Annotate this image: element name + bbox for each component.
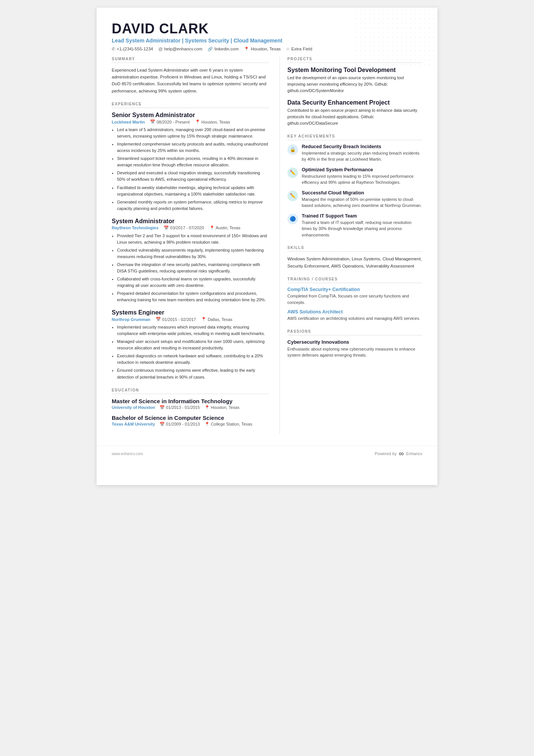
bullet-item: Prepared detailed documentation for syst… <box>117 290 269 303</box>
passion-desc: Enthusiastic about exploring new cyberse… <box>287 346 422 358</box>
job-location: 📍 Austin, Texas <box>209 225 240 230</box>
job-meta: Northrop Grumman 📅 01/2015 - 02/2017 📍 D… <box>112 317 269 322</box>
project-desc: Led the development of an open-source sy… <box>287 75 422 94</box>
achievement-item: 🔒 Reduced Security Breach Incidents Impl… <box>287 144 422 163</box>
resume-header: DAVID CLARK Lead System Administrator | … <box>112 21 422 52</box>
company-name: Northrop Grumman <box>112 317 150 322</box>
edu-degree: Bachelor of Science in Computer Science <box>112 415 269 421</box>
resume-document: DAVID CLARK Lead System Administrator | … <box>97 8 437 485</box>
edu-school: University of Houston <box>112 405 155 410</box>
bullet-item: Streamlined support ticket resolution pr… <box>117 155 269 168</box>
contact-linkedin: 🔗 linkedin.com <box>208 47 239 52</box>
linkedin-icon: 🔗 <box>208 47 213 52</box>
bullet-item: Provided Tier 2 and Tier 3 support for a… <box>117 233 269 246</box>
bullet-item: Ensured continuous monitoring systems we… <box>117 367 269 380</box>
training-label: TRAINING / COURSES <box>287 277 422 283</box>
job-item: Systems Engineer Northrop Grumman 📅 01/2… <box>112 309 269 380</box>
training-title: AWS Solutions Architect <box>287 309 422 315</box>
candidate-name: DAVID CLARK <box>112 21 422 36</box>
passions-section: PASSIONS Cybersecurity Innovations Enthu… <box>287 329 422 358</box>
edu-item: Master of Science in Information Technol… <box>112 398 269 410</box>
achievement-title: Successful Cloud Migration <box>302 190 422 196</box>
bullet-item: Generated monthly reports on system perf… <box>117 199 269 212</box>
bullet-item: Implemented security measures which impr… <box>117 324 269 337</box>
job-title: Senior System Administrator <box>112 112 269 119</box>
job-title: Systems Engineer <box>112 309 269 316</box>
achievement-desc: Implemented a strategic security plan re… <box>302 150 422 163</box>
edu-date: 📅 01/2009 - 01/2013 <box>159 422 200 427</box>
project-item: System Monitoring Tool Development Led t… <box>287 67 422 94</box>
achievement-content: Trained IT Support Team Trained a team o… <box>302 213 422 238</box>
achievement-item: ✏️ Successful Cloud Migration Managed th… <box>287 190 422 209</box>
job-location: 📍 Houston, Texas <box>195 119 230 124</box>
location-icon: 📍 <box>244 47 249 52</box>
calendar-icon: 📅 <box>159 405 165 410</box>
job-item: Senior System Administrator Lockheed Mar… <box>112 112 269 212</box>
job-date: 📅 01/2015 - 02/2017 <box>156 317 196 322</box>
skills-label: SKILLS <box>287 246 422 252</box>
experience-label: EXPERIENCE <box>112 102 269 108</box>
powered-by-text: Powered by <box>375 451 397 456</box>
location-icon: 📍 <box>205 422 210 427</box>
footer-url: www.enhancv.com <box>112 452 143 456</box>
job-title: System Administrator <box>112 218 269 225</box>
edu-location: 📍 Houston, Texas <box>205 405 240 410</box>
brand-logo-icon: ∞ <box>399 450 404 458</box>
project-item: Data Security Enhancement Project Contri… <box>287 99 422 127</box>
achievement-title: Reduced Security Breach Incidents <box>302 144 422 149</box>
job-meta: Lockheed Martin 📅 08/2020 - Present 📍 Ho… <box>112 119 269 124</box>
training-desc: AWS certification on architecting soluti… <box>287 315 422 322</box>
bullet-item: Conducted vulnerability assessments regu… <box>117 247 269 260</box>
achievement-title: Optimized System Performance <box>302 167 422 172</box>
achievements-section: KEY ACHIEVEMENTS 🔒 Reduced Security Brea… <box>287 134 422 238</box>
left-column: SUMMARY Experienced Lead System Administ… <box>112 57 279 434</box>
bullet-item: Oversaw the integration of new security … <box>117 261 269 274</box>
skills-text: Windows System Administration, Linux Sys… <box>287 255 422 269</box>
calendar-icon: 📅 <box>156 317 161 322</box>
passions-label: PASSIONS <box>287 329 422 335</box>
company-name: Raytheon Technologies <box>112 225 158 230</box>
job-location: 📍 Dallas, Texas <box>201 317 232 322</box>
phone-icon: ✆ <box>112 47 115 52</box>
summary-label: SUMMARY <box>112 57 269 63</box>
calendar-icon: 📅 <box>164 225 169 230</box>
training-item: CompTIA Security+ Certification Complete… <box>287 287 422 305</box>
location-icon: 📍 <box>205 405 210 410</box>
experience-section: EXPERIENCE Senior System Administrator L… <box>112 102 269 380</box>
footer-brand: Powered by ∞ Enhancv <box>375 450 422 458</box>
location-icon: 📍 <box>209 225 215 230</box>
summary-section: SUMMARY Experienced Lead System Administ… <box>112 57 269 95</box>
contact-location: 📍 Houston, Texas <box>244 47 281 52</box>
bullet-item: Developed and executed a cloud migration… <box>117 170 269 183</box>
calendar-icon: 📅 <box>150 119 155 124</box>
achievements-label: KEY ACHIEVEMENTS <box>287 134 422 140</box>
achievement-icon: ✏️ <box>287 167 298 178</box>
projects-section: PROJECTS System Monitoring Tool Developm… <box>287 57 422 127</box>
edu-date: 📅 01/2013 - 01/2015 <box>159 405 200 410</box>
bullet-item: Led a team of 5 administrators, managing… <box>117 127 269 139</box>
achievement-item: 🔵 Trained IT Support Team Trained a team… <box>287 213 422 238</box>
passion-title: Cybersecurity Innovations <box>287 339 422 345</box>
star-icon: ☆ <box>286 47 290 52</box>
edu-location: 📍 College Station, Texas <box>205 422 252 427</box>
summary-text: Experienced Lead System Administrator wi… <box>112 67 269 95</box>
achievement-content: Optimized System Performance Restructure… <box>302 167 422 186</box>
calendar-icon: 📅 <box>159 422 165 427</box>
achievement-content: Successful Cloud Migration Managed the m… <box>302 190 422 209</box>
resume-footer: www.enhancv.com Powered by ∞ Enhancv <box>97 446 437 462</box>
achievement-title: Trained IT Support Team <box>302 213 422 219</box>
project-desc: Contributed to an open-source project ai… <box>287 107 422 127</box>
candidate-tagline: Lead System Administrator | Systems Secu… <box>112 38 422 44</box>
job-bullets: Led a team of 5 administrators, managing… <box>112 127 269 212</box>
achievement-icon: 🔵 <box>287 214 298 224</box>
job-item: System Administrator Raytheon Technologi… <box>112 218 269 303</box>
edu-school: Texas A&M University <box>112 422 155 426</box>
contact-email: @ help@enhancv.com <box>158 47 202 52</box>
achievement-desc: Restructured systems leading to 15% impr… <box>302 173 422 186</box>
achievement-icon: ✏️ <box>287 191 298 201</box>
bullet-item: Collaborated with cross-functional teams… <box>117 276 269 289</box>
education-section: EDUCATION Master of Science in Informati… <box>112 388 269 427</box>
achievement-item: ✏️ Optimized System Performance Restruct… <box>287 167 422 186</box>
edu-meta: University of Houston 📅 01/2013 - 01/201… <box>112 405 269 410</box>
location-icon: 📍 <box>201 317 206 322</box>
